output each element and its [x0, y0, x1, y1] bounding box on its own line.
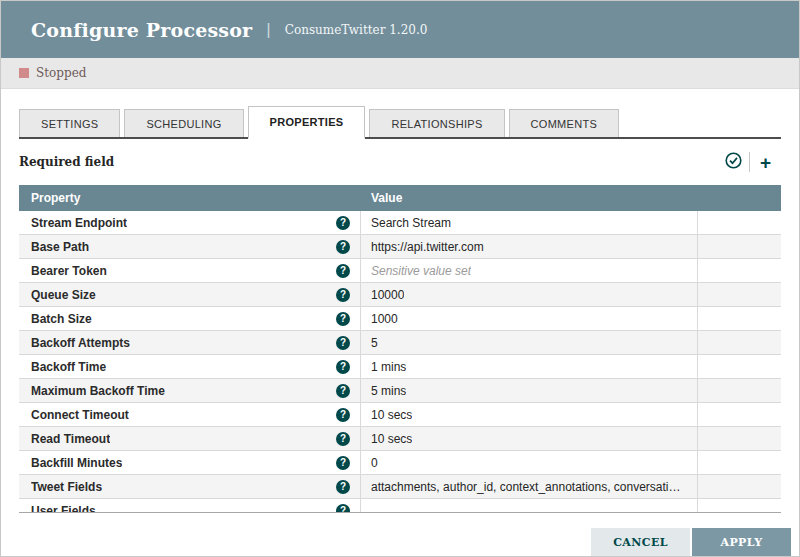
tab-relationships[interactable]: RELATIONSHIPS [369, 109, 504, 137]
help-icon[interactable]: ? [336, 336, 350, 350]
help-icon[interactable]: ? [336, 408, 350, 422]
plus-icon: + [760, 153, 771, 172]
property-name: User Fields [31, 504, 96, 514]
tab-label: RELATIONSHIPS [391, 118, 482, 130]
property-name: Bearer Token [31, 264, 107, 278]
tab-scheduling[interactable]: SCHEDULING [124, 109, 243, 137]
help-icon[interactable]: ? [336, 432, 350, 446]
table-row[interactable]: Stream Endpoint ? Search Stream [19, 211, 781, 235]
table-row[interactable]: Tweet Fields ? attachments, author_id, c… [19, 475, 781, 499]
table-row[interactable]: Maximum Backoff Time ? 5 mins [19, 379, 781, 403]
property-value-cell[interactable]: 10000 [361, 283, 698, 306]
help-icon[interactable]: ? [336, 216, 350, 230]
help-icon[interactable]: ? [336, 384, 350, 398]
help-icon[interactable]: ? [336, 288, 350, 302]
tab-settings[interactable]: SETTINGS [19, 109, 120, 137]
property-value-cell[interactable]: Sensitive value set [361, 259, 698, 282]
row-extra-cell [698, 427, 781, 450]
table-row[interactable]: Batch Size ? 1000 [19, 307, 781, 331]
property-value-cell[interactable]: attachments, author_id, context_annotati… [361, 475, 698, 498]
row-extra-cell [698, 211, 781, 234]
property-value-cell[interactable]: 0 [361, 451, 698, 474]
row-extra-cell [698, 403, 781, 426]
check-circle-icon [725, 152, 742, 173]
property-cell: Backoff Attempts ? [19, 331, 361, 354]
table-header: Property Value [19, 185, 781, 211]
help-icon[interactable]: ? [336, 264, 350, 278]
tab-bar: SETTINGS SCHEDULING PROPERTIES RELATIONS… [19, 106, 781, 139]
status-bar: Stopped [1, 58, 799, 89]
help-icon[interactable]: ? [336, 312, 350, 326]
property-value-cell[interactable]: 5 [361, 331, 698, 354]
property-value-cell[interactable]: 5 mins [361, 379, 698, 402]
property-cell: Connect Timeout ? [19, 403, 361, 426]
row-extra-cell [698, 283, 781, 306]
help-icon[interactable]: ? [336, 456, 350, 470]
tab-label: COMMENTS [531, 118, 598, 130]
dialog-content: SETTINGS SCHEDULING PROPERTIES RELATIONS… [1, 106, 799, 513]
property-value-cell[interactable]: 10 secs [361, 403, 698, 426]
property-value-cell[interactable] [361, 499, 698, 513]
property-name: Stream Endpoint [31, 216, 127, 230]
property-cell: Backfill Minutes ? [19, 451, 361, 474]
stopped-icon [19, 68, 29, 78]
cancel-button[interactable]: CANCEL [591, 528, 690, 556]
row-extra-cell [698, 379, 781, 402]
property-value: 10 secs [371, 408, 412, 422]
table-row[interactable]: Read Timeout ? 10 secs [19, 427, 781, 451]
property-value: 1000 [371, 312, 398, 326]
property-name: Base Path [31, 240, 89, 254]
row-extra-cell [698, 235, 781, 258]
property-value-cell[interactable]: https://api.twitter.com [361, 235, 698, 258]
required-field-label: Required field [19, 155, 114, 169]
property-name: Backoff Attempts [31, 336, 130, 350]
property-value: 0 [371, 456, 378, 470]
table-row[interactable]: Backoff Time ? 1 mins [19, 355, 781, 379]
table-row[interactable]: Backoff Attempts ? 5 [19, 331, 781, 355]
property-name: Queue Size [31, 288, 96, 302]
help-icon[interactable]: ? [336, 480, 350, 494]
property-cell: Queue Size ? [19, 283, 361, 306]
property-value-cell[interactable]: 10 secs [361, 427, 698, 450]
property-value: 10000 [371, 288, 404, 302]
tab-properties[interactable]: PROPERTIES [248, 106, 366, 139]
apply-button[interactable]: APPLY [692, 528, 791, 556]
property-cell: Maximum Backoff Time ? [19, 379, 361, 402]
table-row[interactable]: Base Path ? https://api.twitter.com [19, 235, 781, 259]
property-cell: Base Path ? [19, 235, 361, 258]
table-row[interactable]: Backfill Minutes ? 0 [19, 451, 781, 475]
dialog-header: Configure Processor | ConsumeTwitter 1.2… [1, 1, 799, 58]
help-icon[interactable]: ? [336, 240, 350, 254]
table-row[interactable]: Queue Size ? 10000 [19, 283, 781, 307]
tab-comments[interactable]: COMMENTS [509, 109, 620, 137]
property-column-header: Property [19, 191, 361, 205]
help-icon[interactable]: ? [336, 360, 350, 374]
processor-name-version: ConsumeTwitter 1.20.0 [285, 23, 428, 37]
configure-processor-dialog: Configure Processor | ConsumeTwitter 1.2… [0, 0, 800, 557]
property-value: Search Stream [371, 216, 451, 230]
property-value: attachments, author_id, context_annotati… [371, 480, 687, 494]
tab-label: SETTINGS [41, 118, 98, 130]
property-value-cell[interactable]: 1 mins [361, 355, 698, 378]
help-icon[interactable]: ? [336, 504, 350, 514]
table-row[interactable]: User Fields ? [19, 499, 781, 513]
table-row[interactable]: Bearer Token ? Sensitive value set [19, 259, 781, 283]
properties-table: Property Value Stream Endpoint ? Search … [19, 185, 781, 513]
property-value: 5 mins [371, 384, 406, 398]
table-row[interactable]: Connect Timeout ? 10 secs [19, 403, 781, 427]
property-value-cell[interactable]: 1000 [361, 307, 698, 330]
tab-label: PROPERTIES [270, 116, 344, 128]
verify-properties-button[interactable] [717, 152, 749, 172]
property-cell: Tweet Fields ? [19, 475, 361, 498]
add-property-button[interactable]: + [749, 152, 781, 172]
dialog-title: Configure Processor [31, 19, 252, 41]
toolbar-icons: + [717, 152, 781, 172]
property-cell: Batch Size ? [19, 307, 361, 330]
tab-label: SCHEDULING [146, 118, 221, 130]
property-value-cell[interactable]: Search Stream [361, 211, 698, 234]
property-cell: Bearer Token ? [19, 259, 361, 282]
row-extra-cell [698, 259, 781, 282]
row-extra-cell [698, 451, 781, 474]
property-name: Read Timeout [31, 432, 110, 446]
property-name: Maximum Backoff Time [31, 384, 165, 398]
